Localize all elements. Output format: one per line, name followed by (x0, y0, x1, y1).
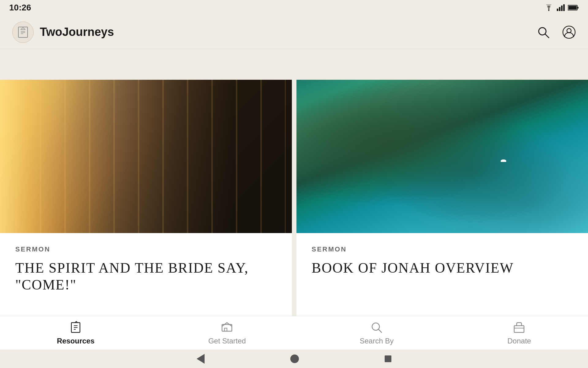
nav-label-get-started: Get Started (208, 337, 246, 345)
card-jonah[interactable]: SERMON BOOK OF JONAH OVERVIEW (296, 80, 588, 316)
android-back-button[interactable] (197, 354, 205, 364)
android-home-button[interactable] (290, 355, 299, 363)
card-info-left: SERMON THE SPIRIT AND THE BRIDE SAY, "CO… (0, 233, 292, 305)
search-by-icon (370, 321, 383, 334)
svg-rect-7 (577, 7, 579, 9)
search-button[interactable] (537, 25, 550, 39)
svg-line-13 (545, 34, 549, 38)
profile-button[interactable] (562, 25, 576, 39)
status-icons (544, 4, 579, 11)
card-spirit-bride[interactable]: SERMON THE SPIRIT AND THE BRIDE SAY, "CO… (0, 80, 292, 316)
svg-rect-8 (18, 27, 28, 37)
status-time: 10:26 (9, 3, 31, 13)
app-bar: TwoJourneys (0, 15, 588, 49)
card-category-right: SERMON (312, 245, 573, 253)
android-recent-button[interactable] (385, 355, 391, 362)
logo-icon (17, 26, 29, 39)
card-image-right (296, 80, 588, 233)
card-category-left: SERMON (15, 245, 277, 253)
bottom-nav: Resources Get Started Search By Donate (0, 316, 588, 350)
donate-icon (512, 321, 526, 334)
svg-line-22 (378, 329, 382, 332)
nav-label-resources: Resources (57, 337, 95, 345)
android-nav (0, 350, 588, 368)
app-title: TwoJourneys (40, 25, 114, 39)
card-title-left: THE SPIRIT AND THE BRIDE SAY, "COME!" (15, 259, 277, 293)
svg-rect-2 (559, 7, 560, 11)
wifi-icon (544, 4, 554, 11)
nav-label-search-by: Search By (360, 337, 394, 345)
svg-rect-6 (568, 6, 577, 10)
nav-label-donate: Donate (507, 337, 531, 345)
nav-item-get-started[interactable]: Get Started (190, 318, 264, 348)
card-info-right: SERMON BOOK OF JONAH OVERVIEW (296, 233, 588, 289)
app-bar-right (537, 25, 576, 39)
status-bar: 10:26 (0, 0, 588, 15)
card-image-left (0, 80, 292, 233)
search-icon (537, 25, 550, 39)
svg-rect-1 (557, 9, 558, 11)
resources-icon (69, 321, 82, 334)
signal-icon (557, 4, 565, 11)
app-logo[interactable] (12, 21, 34, 43)
main-content: SERMON THE SPIRIT AND THE BRIDE SAY, "CO… (0, 49, 588, 316)
profile-icon (562, 25, 576, 39)
battery-icon (568, 5, 579, 11)
card-title-right: BOOK OF JONAH OVERVIEW (312, 259, 573, 276)
svg-rect-4 (563, 4, 565, 11)
nav-item-search-by[interactable]: Search By (341, 318, 412, 348)
nav-item-resources[interactable]: Resources (39, 318, 113, 348)
svg-rect-3 (561, 6, 563, 11)
svg-rect-23 (514, 326, 524, 332)
app-bar-left: TwoJourneys (12, 21, 114, 43)
svg-point-0 (548, 10, 549, 11)
get-started-icon (220, 321, 234, 334)
nav-item-donate[interactable]: Donate (489, 318, 549, 348)
boat-decoration (501, 159, 506, 162)
cards-container: SERMON THE SPIRIT AND THE BRIDE SAY, "CO… (0, 49, 588, 316)
